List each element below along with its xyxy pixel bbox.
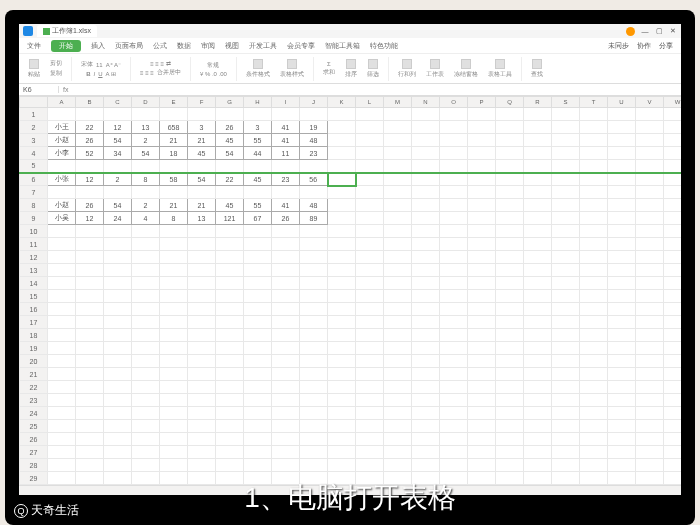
cell[interactable] [468,329,496,342]
cell[interactable] [552,381,580,394]
cell[interactable] [272,277,300,290]
cell[interactable]: 121 [216,212,244,225]
cell[interactable] [328,394,356,407]
table-tools-icon[interactable] [495,59,505,69]
cell[interactable] [384,251,412,264]
cell[interactable] [412,368,440,381]
cell[interactable] [300,446,328,459]
cell[interactable] [384,212,412,225]
cell[interactable] [272,355,300,368]
cell[interactable] [216,459,244,472]
cell[interactable] [328,251,356,264]
cell[interactable]: 48 [300,134,328,147]
cell[interactable] [76,186,104,199]
cell[interactable] [104,160,132,173]
cell[interactable] [356,134,384,147]
cell[interactable]: 26 [76,199,104,212]
cell[interactable] [244,290,272,303]
col-header[interactable]: E [160,97,188,108]
cell[interactable] [48,108,76,121]
cell[interactable] [104,251,132,264]
cell[interactable] [356,303,384,316]
cell[interactable] [160,238,188,251]
cell[interactable] [384,446,412,459]
cell[interactable] [552,173,580,186]
cell[interactable] [664,303,682,316]
cell[interactable] [160,394,188,407]
cell[interactable] [76,342,104,355]
cell[interactable] [636,212,664,225]
cell[interactable] [104,316,132,329]
cell[interactable] [524,277,552,290]
cell[interactable] [552,212,580,225]
cell[interactable]: 41 [272,199,300,212]
cell[interactable] [524,303,552,316]
cell[interactable] [552,446,580,459]
cell[interactable] [580,147,608,160]
cell[interactable] [76,277,104,290]
cell[interactable] [356,199,384,212]
cell[interactable] [384,199,412,212]
cell-grid[interactable]: ABCDEFGHIJKLMNOPQRSTUVW12小王2212136583263… [19,96,681,485]
cell[interactable] [440,199,468,212]
cell[interactable] [132,394,160,407]
cell[interactable] [244,316,272,329]
cell[interactable] [160,290,188,303]
cell[interactable] [468,173,496,186]
cell[interactable] [244,303,272,316]
cell[interactable] [48,290,76,303]
col-header[interactable]: J [300,97,328,108]
cell[interactable] [328,407,356,420]
cell[interactable] [216,108,244,121]
cell[interactable] [104,446,132,459]
cell[interactable]: 11 [272,147,300,160]
cell[interactable] [356,355,384,368]
cell[interactable] [300,316,328,329]
cell[interactable] [580,264,608,277]
cell[interactable] [636,290,664,303]
cell[interactable] [356,225,384,238]
cell[interactable] [132,316,160,329]
cell[interactable] [76,251,104,264]
col-header[interactable]: O [440,97,468,108]
cell[interactable] [440,329,468,342]
cell[interactable] [636,238,664,251]
cell[interactable] [244,368,272,381]
cell[interactable] [328,147,356,160]
cell[interactable] [76,433,104,446]
cell[interactable] [244,342,272,355]
cell[interactable] [384,407,412,420]
cell[interactable] [104,186,132,199]
cell[interactable] [356,147,384,160]
cell[interactable] [384,277,412,290]
row-header[interactable]: 2 [20,121,48,134]
row-header[interactable]: 10 [20,225,48,238]
cell[interactable]: 24 [104,212,132,225]
cell[interactable] [636,173,664,186]
cell[interactable] [664,251,682,264]
col-header[interactable]: A [48,97,76,108]
col-header[interactable]: C [104,97,132,108]
cell[interactable] [468,199,496,212]
cell[interactable] [524,394,552,407]
cell[interactable]: 54 [188,173,216,186]
cell[interactable] [188,264,216,277]
cell[interactable] [468,186,496,199]
cell[interactable] [608,108,636,121]
cell[interactable] [496,212,524,225]
cell[interactable] [552,264,580,277]
cell[interactable] [132,108,160,121]
cell[interactable] [384,316,412,329]
row-header[interactable]: 14 [20,277,48,290]
cell[interactable] [272,225,300,238]
cell[interactable] [76,290,104,303]
cell[interactable] [244,355,272,368]
cell[interactable] [496,251,524,264]
cell[interactable] [664,459,682,472]
cell[interactable] [664,381,682,394]
cell[interactable] [384,134,412,147]
cell[interactable] [328,160,356,173]
cell[interactable]: 12 [76,173,104,186]
cell[interactable] [104,342,132,355]
cell[interactable] [440,459,468,472]
